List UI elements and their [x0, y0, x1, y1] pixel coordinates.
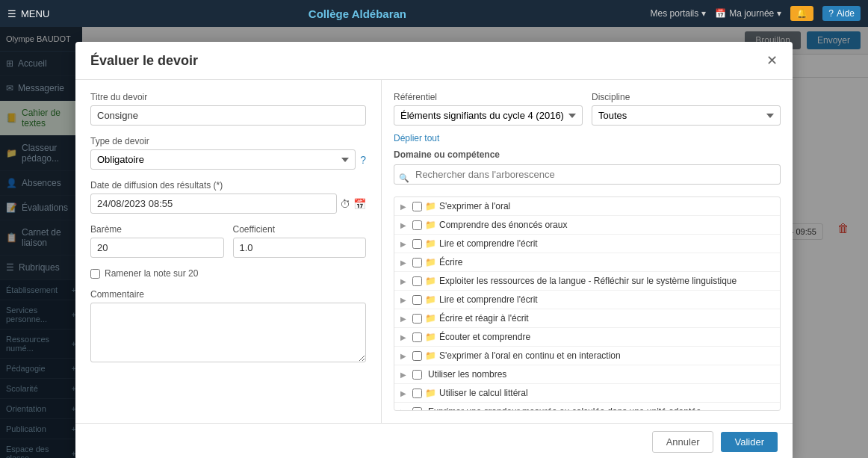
clock-icon[interactable]: ⏱ [340, 198, 350, 210]
valider-button[interactable]: Valider [721, 432, 778, 452]
menu-button[interactable]: ☰ MENU [7, 8, 49, 19]
ramener-checkbox-label[interactable]: Ramener la note sur 20 [90, 268, 366, 279]
ramener-checkbox[interactable] [90, 269, 100, 279]
coefficient-input[interactable] [233, 238, 367, 258]
referentiel-select[interactable]: Éléments signifiants du cycle 4 (2016) [394, 105, 583, 126]
tree-item-label: Écouter et comprendre [439, 332, 530, 342]
type-group: Type de devoir Obligatoire Facultatif ? [90, 136, 366, 170]
tree-arrow-icon: ▶ [400, 352, 409, 360]
commentaire-label: Commentaire [90, 289, 366, 300]
tree-arrow-icon: ▶ [400, 315, 409, 323]
commentaire-group: Commentaire [90, 289, 366, 365]
tree-checkbox[interactable] [412, 295, 422, 305]
school-title: Collège Aldébaran [64, 7, 650, 20]
tree-checkbox[interactable] [412, 351, 422, 361]
tree-arrow-icon: ▶ [400, 408, 409, 412]
modal-body: Titre du devoir Type de devoir Obligatoi… [75, 80, 793, 423]
referentiel-group: Référentiel Éléments signifiants du cycl… [394, 92, 583, 126]
tree-checkbox[interactable] [412, 407, 422, 412]
tree-item[interactable]: ▶Exprimer une grandeur mesurée ou calcul… [394, 403, 780, 411]
calendar-icon: 📅 [715, 8, 726, 19]
tree-item-label: Utiliser les nombres [428, 369, 506, 380]
tree-checkbox[interactable] [412, 239, 422, 249]
tree-item[interactable]: ▶📁Écrire et réagir à l'écrit [394, 309, 780, 328]
aide-button[interactable]: ? Aide [822, 6, 861, 21]
bareme-label: Barème [90, 224, 224, 235]
type-label: Type de devoir [90, 136, 366, 146]
calendar-picker-icon[interactable]: 📅 [353, 198, 366, 210]
referentiel-label: Référentiel [394, 92, 583, 102]
tree-checkbox[interactable] [412, 370, 422, 380]
tree-item-label: Exploiter les ressources de la langue - … [439, 276, 737, 286]
portails-button[interactable]: Mes portails ▾ [651, 8, 707, 19]
bareme-group: Barème [90, 224, 224, 258]
tree-folder-icon: 📁 [425, 388, 436, 398]
portails-label: Mes portails [651, 8, 699, 19]
tree-item-label: Comprendre des énoncés oraux [439, 220, 567, 230]
tree-arrow-icon: ▶ [400, 277, 409, 285]
domaine-label: Domaine ou compétence [394, 149, 781, 160]
tree-item[interactable]: ▶📁Utiliser le calcul littéral [394, 384, 780, 403]
aide-label: Aide [837, 8, 855, 19]
tree-item-label: S'exprimer à l'oral [439, 201, 510, 211]
type-select[interactable]: Obligatoire Facultatif [90, 149, 356, 170]
tree-folder-icon: 📁 [425, 201, 436, 211]
type-help-icon[interactable]: ? [360, 154, 366, 166]
tree-arrow-icon: ▶ [400, 333, 409, 341]
tree-arrow-icon: ▶ [400, 202, 409, 211]
tree-checkbox[interactable] [412, 276, 422, 286]
modal-overlay: Évaluer le devoir ✕ Titre du devoir Type… [0, 27, 868, 458]
tree-container: ▶📁S'exprimer à l'oral▶📁Comprendre des én… [394, 196, 781, 411]
tree-item-label: Exprimer une grandeur mesurée ou calculé… [428, 406, 701, 411]
tree-item[interactable]: ▶📁Écouter et comprendre [394, 328, 780, 347]
tree-arrow-icon: ▶ [400, 259, 409, 267]
tree-checkbox[interactable] [412, 258, 422, 267]
modal-footer: Annuler Valider [75, 423, 793, 458]
date-group: Date de diffusion des résultats (*) ⏱ 📅 [90, 180, 366, 214]
modal-close-button[interactable]: ✕ [766, 52, 778, 69]
tree-item[interactable]: ▶📁S'exprimer à l'oral [394, 197, 780, 216]
notification-button[interactable]: 🔔 [790, 6, 813, 21]
tree-checkbox[interactable] [412, 389, 422, 398]
tree-item-label: S'exprimer à l'oral en continu et en int… [439, 350, 621, 361]
tree-folder-icon: 📁 [425, 276, 436, 286]
discipline-label: Discipline [592, 92, 781, 102]
top-bar: ☰ MENU Collège Aldébaran Mes portails ▾ … [0, 0, 868, 27]
tree-checkbox[interactable] [412, 314, 422, 324]
ramener-group: Ramener la note sur 20 [90, 268, 366, 279]
tree-item[interactable]: ▶📁S'exprimer à l'oral en continu et en i… [394, 347, 780, 365]
journee-button[interactable]: 📅 Ma journée ▾ [715, 8, 781, 19]
discipline-select[interactable]: Toutes [592, 105, 781, 126]
tree-item[interactable]: ▶📁Écrire [394, 253, 780, 272]
coefficient-group: Coefficient [233, 224, 367, 258]
tree-checkbox[interactable] [412, 220, 422, 230]
titre-group: Titre du devoir [90, 92, 366, 126]
tree-folder-icon: 📁 [425, 350, 436, 361]
tree-arrow-icon: ▶ [400, 389, 409, 397]
commentaire-textarea[interactable] [90, 303, 366, 362]
bareme-input[interactable] [90, 238, 224, 258]
coefficient-label: Coefficient [233, 224, 367, 235]
annuler-button[interactable]: Annuler [652, 431, 714, 453]
ramener-label-text: Ramener la note sur 20 [105, 268, 198, 279]
evaluer-modal: Évaluer le devoir ✕ Titre du devoir Type… [75, 42, 793, 458]
bell-icon: 🔔 [796, 8, 807, 19]
tree-item-label: Lire et comprendre l'écrit [439, 294, 538, 305]
journee-label: Ma journée [729, 8, 774, 19]
tree-arrow-icon: ▶ [400, 296, 409, 304]
help-icon: ? [828, 8, 834, 19]
tree-item[interactable]: ▶📁Comprendre des énoncés oraux [394, 216, 780, 235]
modal-right-panel: Référentiel Éléments signifiants du cycl… [382, 80, 793, 423]
modal-left-panel: Titre du devoir Type de devoir Obligatoi… [75, 80, 382, 423]
tree-checkbox[interactable] [412, 202, 422, 211]
titre-input[interactable] [90, 105, 366, 126]
date-input[interactable] [90, 194, 337, 214]
tree-item[interactable]: ▶📁Exploiter les ressources de la langue … [394, 272, 780, 291]
search-wrapper [394, 164, 781, 191]
search-input[interactable] [394, 164, 781, 185]
tree-item[interactable]: ▶📁Lire et comprendre l'écrit [394, 235, 780, 253]
tree-item[interactable]: ▶📁Lire et comprendre l'écrit [394, 291, 780, 309]
tree-checkbox[interactable] [412, 332, 422, 342]
deplier-link[interactable]: Déplier tout [394, 133, 781, 143]
tree-item[interactable]: ▶Utiliser les nombres [394, 365, 780, 384]
